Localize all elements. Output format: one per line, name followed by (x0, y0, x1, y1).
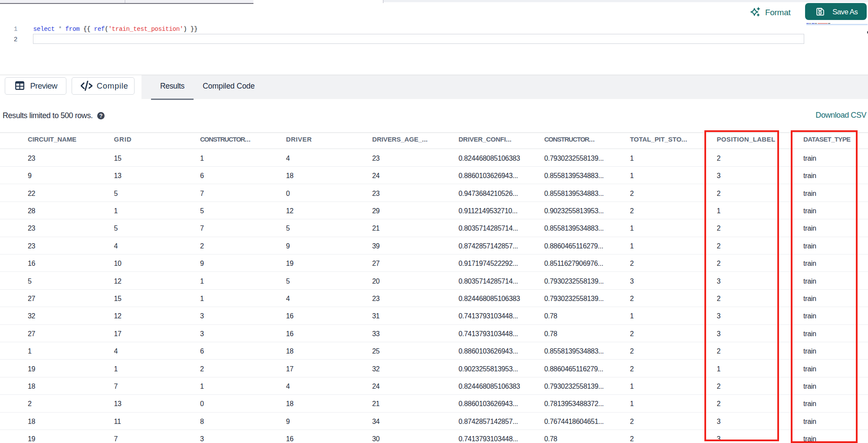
svg-text:?: ? (99, 113, 103, 119)
